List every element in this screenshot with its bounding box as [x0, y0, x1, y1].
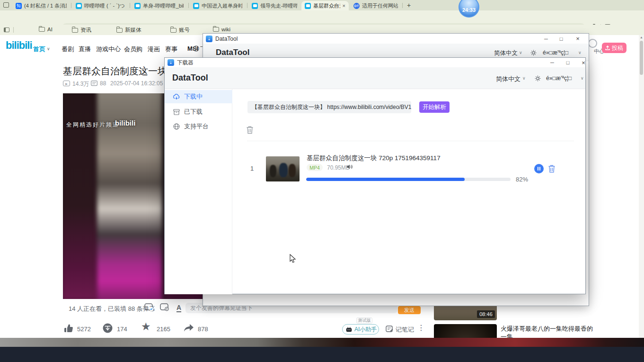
bookmark-zixun[interactable]: 资讯 — [72, 27, 91, 34]
bookmark-zhanghao[interactable]: 账号 — [170, 27, 190, 34]
downloader-theme-label[interactable]: é»□æ'ªç¦□ — [546, 75, 572, 81]
ai-assistant-button[interactable]: AI小助手 — [342, 324, 379, 335]
like-count: 5272 — [77, 326, 91, 333]
nav-live[interactable]: 直播 — [79, 45, 91, 54]
folder-icon — [39, 27, 45, 32]
danmaku-send-button[interactable]: 发送 — [398, 306, 421, 314]
downloader-language-select[interactable]: 简体中文 — [496, 75, 520, 83]
tab-search-icon[interactable] — [3, 2, 9, 8]
back-maximize-icon[interactable]: □ — [555, 34, 567, 44]
danmaku-font-button[interactable]: A — [176, 304, 181, 312]
downloader-theme-chevron-icon: ∨ — [581, 76, 584, 81]
nav-game-center[interactable]: 游戏中心 — [96, 45, 121, 54]
bilibili-favicon — [193, 3, 199, 9]
video-title: 基层群众自治制度这一块 — [63, 65, 167, 78]
tab-label: 中国进入超单身时代_| — [202, 2, 242, 9]
folder-icon — [116, 28, 123, 33]
nav-home[interactable]: 首页 — [33, 45, 45, 54]
danmaku-toggle-icon[interactable] — [144, 303, 154, 311]
back-theme-chevron-icon: ∨ — [578, 50, 582, 55]
tab-label: 适用于任何网站的快速 — [362, 2, 398, 9]
share-icon[interactable] — [184, 324, 194, 332]
sidebar-item-downloaded[interactable]: 已下载 — [165, 105, 232, 118]
coin-count: 174 — [117, 326, 127, 333]
dt-favicon: DT — [353, 3, 360, 9]
tab-lingdao[interactable]: 领导先走-哔哩哔哩_b — [248, 1, 300, 10]
note-icon[interactable] — [386, 326, 393, 333]
nav-bangumi[interactable]: 番剧 — [62, 45, 74, 54]
bookmark-xinmeiti[interactable]: 新媒体 — [116, 27, 141, 34]
pause-button[interactable] — [534, 164, 544, 173]
tab-bilibili-home[interactable]: 哔哩哔哩 ( ´ - `)つロ — [72, 1, 128, 10]
favorite-count: 2165 — [157, 326, 170, 333]
desktop-wallpaper — [0, 338, 644, 347]
send-label: 发送 — [404, 307, 415, 314]
tab-divider — [71, 3, 71, 8]
related-video-title[interactable]: 火爆泽哥最老八的一集吃得最香的一集 — [501, 325, 593, 338]
page-scrollbar[interactable]: ▲ — [639, 35, 644, 338]
folder-icon — [170, 28, 176, 33]
sidebar-item-downloading[interactable]: 下载中 — [165, 90, 232, 103]
download-client-icon[interactable] — [193, 45, 199, 52]
tab-label: (4 封私信 / 1 条消息) — [24, 2, 67, 9]
parse-button[interactable]: 开始解析 — [419, 101, 450, 113]
bookmark-ai[interactable]: AI — [39, 27, 53, 32]
item-index: 1 — [250, 165, 254, 172]
thumbnail-figure — [279, 163, 288, 177]
back-close-icon[interactable]: × — [572, 34, 584, 44]
audio-icon[interactable] — [346, 164, 353, 170]
like-icon[interactable] — [63, 324, 74, 333]
pause-bar — [538, 167, 538, 171]
upload-label: 投稿 — [612, 44, 623, 52]
nav-esports[interactable]: 赛事 — [165, 45, 177, 54]
coin-icon[interactable] — [103, 323, 113, 333]
upload-button[interactable]: 投稿 — [602, 43, 626, 53]
more-actions-icon[interactable]: ⋮ — [417, 323, 425, 332]
sidebar-label: 支持平台 — [184, 122, 209, 131]
sidebar-item-platforms[interactable]: 支持平台 — [165, 120, 232, 133]
zhihu-favicon: 知 — [16, 3, 22, 9]
share-count: 878 — [198, 326, 208, 333]
tab-label: 哔哩哔哩 ( ´ - `)つロ — [84, 2, 125, 9]
downloader-minimize-icon[interactable]: ─ — [546, 58, 558, 67]
clear-list-trash-icon[interactable] — [246, 126, 254, 134]
avatar[interactable] — [588, 39, 597, 48]
tab-dt-extension[interactable]: DT 适用于任何网站的快速 — [350, 1, 401, 10]
scrollbar-thumb[interactable] — [640, 41, 643, 75]
bilibili-favicon — [134, 3, 141, 9]
note-label[interactable]: 记笔记 — [396, 326, 414, 334]
downloader-close-icon[interactable]: × — [577, 58, 590, 67]
danmaku-settings-icon[interactable] — [160, 303, 169, 311]
bilibili-logo[interactable]: bilibili — [6, 39, 32, 52]
scroll-up-icon[interactable]: ▲ — [640, 36, 643, 39]
back-theme-label[interactable]: é»□æ'ªç¦□ — [543, 49, 568, 56]
bilibili-favicon — [76, 3, 82, 9]
tab-zhongguo[interactable]: 中国进入超单身时代_| — [190, 1, 246, 10]
download-progress-fill — [306, 178, 465, 181]
tab-current[interactable]: 基层群众自治制度 × — [301, 1, 349, 10]
tab-close-icon[interactable]: × — [343, 3, 345, 9]
new-tab-button[interactable]: + — [405, 1, 413, 9]
parse-url-field[interactable]: 【基层群众自治制度这一块】 https://www.bilibili.com/v… — [247, 101, 411, 113]
bookmark-wiki[interactable]: wiki — [213, 27, 230, 32]
nav-vip-shop[interactable]: 会员购 — [124, 45, 142, 54]
favorite-icon[interactable]: ★ — [141, 320, 151, 333]
downloader-titlebar[interactable]: ⇣ 下载器 ─ □ × — [165, 58, 585, 67]
tab-label: 单身-哔哩哔哩_bilibili — [143, 2, 184, 9]
nav-manga[interactable]: 漫画 — [148, 45, 160, 54]
downloader-maximize-icon[interactable]: □ — [562, 58, 574, 67]
tab-zhihu[interactable]: 知 (4 封私信 / 1 条消息) — [12, 1, 70, 10]
bookmarks-divider — [13, 27, 14, 33]
back-minimize-icon[interactable]: ─ — [540, 34, 552, 44]
format-badge: MP4 — [307, 164, 323, 171]
back-language-select[interactable]: 简体中文 — [494, 49, 518, 57]
back-window-titlebar[interactable]: ⇣ DataTool ─ □ × — [203, 34, 589, 44]
tab-danshen[interactable]: 单身-哔哩哔哩_bilibili — [131, 1, 187, 10]
side-panel-icon[interactable] — [4, 27, 9, 32]
downloader-theme-sun-icon[interactable] — [535, 75, 541, 81]
related-thumbnail-2[interactable] — [434, 324, 497, 338]
back-theme-sun-icon[interactable] — [530, 50, 537, 56]
delete-item-trash-icon[interactable] — [548, 164, 556, 173]
player-logo-overlay: bilibili — [115, 119, 135, 127]
ai-beta-label: 测试版 — [358, 317, 371, 324]
